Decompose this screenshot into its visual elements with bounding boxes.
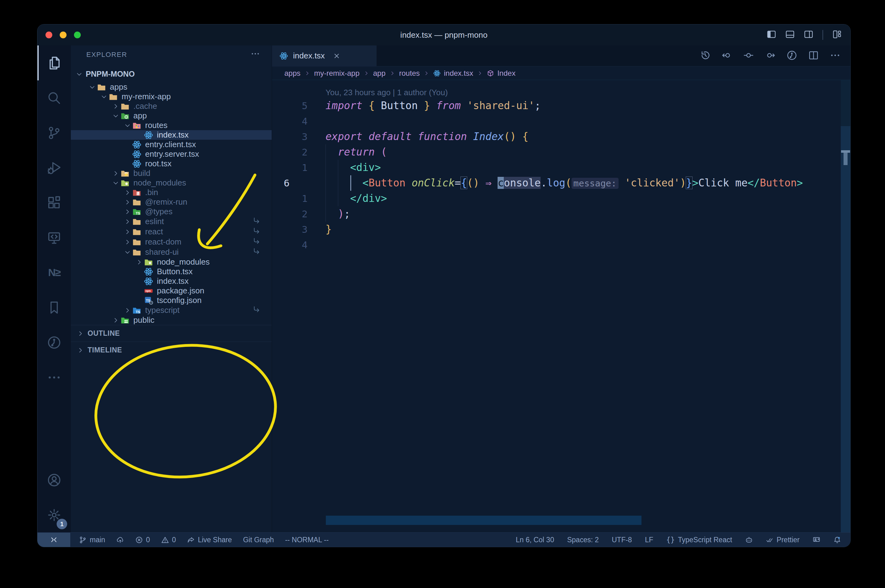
breadcrumb-item-apps[interactable]: apps [284,69,301,78]
breadcrumb-item-app[interactable]: app [373,69,385,78]
status-item-spaces-2[interactable]: Spaces: 2 [567,536,599,544]
tree-file-index.tsx[interactable]: index.tsx [71,276,272,286]
status-item-ln-6-col-30[interactable]: Ln 6, Col 30 [516,536,554,544]
code-editor[interactable]: You, 23 hours ago | 1 author (You) 5impo… [272,80,850,532]
tree-folder-routes[interactable]: routes [71,121,272,130]
timeline-section-header[interactable]: TIMELINE [71,342,272,358]
chevron-right-icon[interactable] [111,170,120,177]
tree-file-entry.server.tsx[interactable]: entry.server.tsx [71,149,272,159]
activity-item-gitlens[interactable] [38,325,71,360]
status-item-typescript-react[interactable]: {}TypeScript React [666,536,732,544]
chevron-right-icon[interactable] [123,189,132,196]
activity-item-files[interactable] [38,45,71,80]
activity-item-bookmarks[interactable] [38,290,71,325]
history-icon[interactable] [700,50,710,62]
activity-item-remote-explorer[interactable] [38,220,71,255]
gitlens-circle-icon[interactable] [787,50,797,62]
split-icon[interactable] [808,50,819,62]
breadcrumb-item-Index[interactable]: Index [487,69,516,78]
status-item-main[interactable]: main [79,536,105,544]
remote-indicator[interactable] [38,532,70,547]
tree-folder-.bin[interactable]: 0110.bin [71,188,272,197]
breadcrumb-item-my-remix-app[interactable]: my-remix-app [314,69,360,78]
tree-file-tsconfig.json[interactable]: TStsconfig.json [71,296,272,305]
tree-folder-build[interactable]: build [71,168,272,178]
status-item-lf[interactable]: LF [645,536,653,544]
activity-item-account[interactable] [38,462,71,497]
tree-folder-.cache[interactable]: .cache [71,101,272,111]
tree-file-root.tsx[interactable]: root.tsx [71,159,272,168]
minimize-window-button[interactable] [60,32,66,38]
chevron-right-icon[interactable] [123,199,132,206]
activity-item-extensions[interactable] [38,185,71,220]
tree-folder-app[interactable]: app [71,111,272,121]
tree-folder-node_modules[interactable]: node_modules [71,257,272,267]
chevron-right-icon[interactable] [123,307,132,314]
chevron-right-icon[interactable] [123,208,132,215]
status-item--normal-[interactable]: -- NORMAL -- [285,536,329,544]
close-window-button[interactable] [45,32,52,38]
explorer-more-actions-icon[interactable] [251,49,260,60]
vertical-scrollbar[interactable] [841,126,850,532]
tree-folder-my-remix-app[interactable]: my-remix-app [71,92,272,101]
chevron-down-icon[interactable] [99,93,108,100]
chevron-right-icon[interactable] [111,317,120,324]
tree-folder-@remix-run[interactable]: @remix-run [71,197,272,207]
chevron-down-icon[interactable] [87,84,97,91]
tree-folder-public[interactable]: public [71,315,272,325]
status-item-sync[interactable] [116,536,124,544]
activity-item-settings[interactable]: 1 [38,497,71,532]
status-item-prettier[interactable]: Prettier [766,536,799,544]
activity-item-scm[interactable] [38,115,71,150]
activity-item-search[interactable] [38,80,71,115]
chevron-down-icon[interactable] [111,180,120,186]
layout-sidebar-left-icon[interactable] [767,30,776,40]
chevron-right-icon[interactable] [123,228,132,235]
breadcrumb-item-routes[interactable]: routes [399,69,420,78]
status-item-copilot[interactable] [745,536,753,544]
tree-file-Button.tsx[interactable]: Button.tsx [71,267,272,276]
layout-sidebar-right-icon[interactable] [804,30,813,40]
chevron-right-icon[interactable] [111,103,120,110]
status-item-git-graph[interactable]: Git Graph [243,536,274,544]
chevron-down-icon[interactable] [123,249,132,256]
tab-index-tsx[interactable]: index.tsx [272,45,377,66]
tree-folder-typescript[interactable]: TStypescript [71,305,272,315]
status-item-utf-8[interactable]: UTF-8 [612,536,632,544]
tree-folder-@types[interactable]: TS@types [71,207,272,216]
activity-item-ellipsis[interactable] [38,360,71,395]
status-item-0[interactable]: 0 [135,536,150,544]
status-item-0[interactable]: 0 [161,536,176,544]
chevron-down-icon[interactable] [123,122,132,129]
vertical-scrollbar-thumb[interactable] [844,153,847,165]
tree-folder-apps[interactable]: apps [71,82,272,92]
outline-section-header[interactable]: OUTLINE [71,325,272,342]
breadcrumb-item-index.tsx[interactable]: index.tsx [433,69,473,78]
tree-folder-react[interactable]: react [71,226,272,237]
status-item-live-share[interactable]: Live Share [187,536,232,544]
workspace-root-row[interactable]: PNPM-MONO [71,66,272,82]
tree-folder-react-dom[interactable]: react-dom [71,237,272,247]
ellipsis-icon[interactable] [830,50,840,62]
tree-file-entry.client.tsx[interactable]: entry.client.tsx [71,140,272,149]
tree-folder-node_modules[interactable]: node_modules [71,178,272,188]
activity-item-debug[interactable] [38,150,71,185]
tree-folder-eslint[interactable]: eslint [71,216,272,226]
chevron-down-icon[interactable] [111,112,120,119]
layout-custom-icon[interactable] [832,30,842,40]
chevron-right-icon[interactable] [123,218,132,225]
nav-fwd-icon[interactable] [765,50,775,62]
chevron-right-icon[interactable] [135,259,144,266]
tree-file-package.json[interactable]: npmpackage.json [71,286,272,296]
maximize-window-button[interactable] [74,32,81,38]
layout-panel-icon[interactable] [786,30,795,40]
nav-dot-icon[interactable] [743,50,754,62]
horizontal-scrollbar-thumb[interactable] [326,516,641,525]
tree-folder-shared-ui[interactable]: shared-ui [71,247,272,257]
status-item-bell[interactable] [833,536,841,544]
nav-back-icon[interactable] [722,50,732,62]
chevron-right-icon[interactable] [123,238,132,246]
activity-item-nx-console[interactable]: N≥ [38,255,71,290]
tree-file-index.tsx[interactable]: index.tsx [71,130,272,140]
status-item-person-screen[interactable] [813,536,820,544]
